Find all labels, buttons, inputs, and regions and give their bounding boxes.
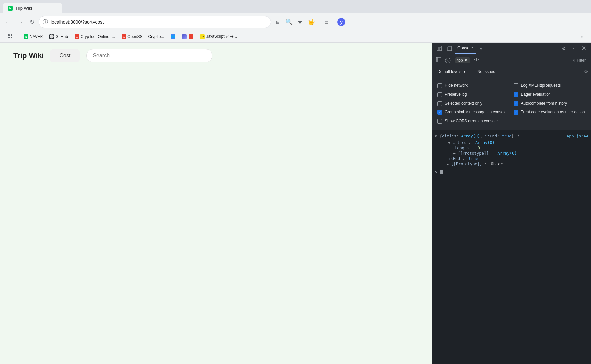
show-cors-label: Show CORS errors in console xyxy=(445,118,498,124)
proto-arr-arrow[interactable]: ► xyxy=(453,151,456,156)
settings-left-col: Hide network Preserve log Selected conte… xyxy=(437,81,510,126)
prototype-obj-node: ► [[Prototype]] : Object xyxy=(439,161,591,167)
js-label: JavaScript 정규... xyxy=(206,34,237,39)
devtools-more-options[interactable]: ⋮ xyxy=(569,44,578,53)
cities-value: Array(0) xyxy=(475,140,495,145)
globe1-favicon: 🌐 xyxy=(171,34,175,39)
log-levels-button[interactable]: Default levels ▼ xyxy=(435,68,469,75)
log-xml-row: Log XMLHttpRequests xyxy=(514,81,586,90)
proto-arr-colon: : xyxy=(491,151,495,156)
search-button[interactable]: 🔍 xyxy=(284,17,294,27)
group-similar-row: Group similar messages in console xyxy=(437,108,510,117)
selected-context-label: Selected context only xyxy=(445,101,482,106)
tab-favicon: N xyxy=(8,6,13,11)
eager-eval-checkbox[interactable] xyxy=(514,92,518,97)
reload-button[interactable]: ↻ xyxy=(27,17,37,27)
devtools-third-bar: Default levels ▼ No Issues ⚙ xyxy=(432,66,591,77)
settings-right-col: Log XMLHttpRequests Eager evaluation Aut… xyxy=(514,81,586,117)
isend-colon: : xyxy=(462,156,466,161)
filter-button[interactable]: ▿ Filter xyxy=(570,56,588,64)
red-favicon xyxy=(189,34,193,39)
profile-button[interactable]: y xyxy=(336,17,347,27)
website-content: Trip Wiki Cost xyxy=(0,43,432,364)
console-source-link[interactable]: App.js:44 xyxy=(564,134,588,138)
bookmark-globe1[interactable]: 🌐 xyxy=(168,33,178,40)
bookmark-apps[interactable] xyxy=(5,33,15,40)
bookmark-openssl[interactable]: O OpenSSL - CrypTo... xyxy=(119,33,167,40)
length-key: length xyxy=(455,146,469,150)
eager-eval-label: Eager evaluation xyxy=(521,92,551,97)
isend-key: isEnd xyxy=(448,156,460,161)
preserve-log-label: Preserve log xyxy=(445,92,467,97)
nav-actions: ⊞ 🔍 ★ 🤟 ▤ y xyxy=(272,17,347,27)
bookmark-button[interactable]: ★ xyxy=(295,17,305,27)
svg-rect-3 xyxy=(436,57,441,62)
security-icon: ⓘ xyxy=(43,19,48,26)
bookmark-cryptool[interactable]: C CrypTool-Online -... xyxy=(72,33,118,40)
translate-button[interactable]: ⊞ xyxy=(272,17,283,27)
console-obj-tree: ▼ cities : Array(0) length : 0 ► [[Proto… xyxy=(432,140,591,167)
eager-eval-row: Eager evaluation xyxy=(514,90,586,99)
settings-row-1: Hide network Preserve log Selected conte… xyxy=(432,80,591,127)
issues-button[interactable]: No Issues xyxy=(475,68,498,75)
search-input[interactable] xyxy=(86,49,212,62)
sidebar-toggle-button[interactable] xyxy=(435,56,443,65)
devtools-more-tabs[interactable]: » xyxy=(476,44,486,53)
sort-cost-button[interactable]: Cost xyxy=(50,49,80,62)
naver-label: NAVER xyxy=(30,34,43,39)
expand-arrow-main[interactable]: ▼ xyxy=(435,134,437,138)
levels-arrow: ▼ xyxy=(463,69,466,74)
eye-button[interactable]: 👁 xyxy=(472,57,481,64)
devtools-close-button[interactable]: ✕ xyxy=(579,44,588,53)
autocomplete-checkbox[interactable] xyxy=(514,101,518,106)
cities-colon: : xyxy=(469,140,473,145)
filter-label: Filter xyxy=(577,58,586,63)
back-button[interactable]: ← xyxy=(3,17,13,27)
devtools-second-bar: ⃠ top ▼ 👁 ▿ Filter xyxy=(432,54,591,66)
cities-expand-arrow[interactable]: ▼ xyxy=(448,140,450,145)
context-selector[interactable]: top ▼ xyxy=(455,57,470,63)
selected-context-checkbox[interactable] xyxy=(437,101,442,106)
autocomplete-row: Autocomplete from history xyxy=(514,99,586,108)
preserve-log-checkbox[interactable] xyxy=(437,92,442,97)
devtools-settings-icon[interactable]: ⚙ xyxy=(559,44,568,53)
openssl-favicon: O xyxy=(122,34,126,39)
proto-obj-arrow[interactable]: ► xyxy=(447,162,449,166)
nav-bar: ← → ↻ ⓘ localhost:3000/?sort=cost ⊞ 🔍 ★ … xyxy=(0,13,591,31)
forward-button[interactable]: → xyxy=(15,17,25,27)
clear-console-button[interactable]: ⃠ xyxy=(445,56,453,65)
cast-button[interactable]: ▤ xyxy=(321,17,332,27)
console-prompt: > xyxy=(432,167,591,176)
devtools-toolbar: Console » ⚙ ⋮ ✕ xyxy=(432,43,591,54)
treat-code-checkbox[interactable] xyxy=(514,110,518,115)
svg-rect-2 xyxy=(448,47,451,50)
devtools-elements-icon[interactable] xyxy=(435,44,444,53)
context-label: top xyxy=(457,58,463,63)
address-bar[interactable]: ⓘ localhost:3000/?sort=cost xyxy=(39,16,271,28)
active-tab[interactable]: N Trip Wiki xyxy=(3,3,62,13)
length-colon: : xyxy=(471,146,475,150)
bookmark-globe2[interactable] xyxy=(179,33,196,40)
bookmark-naver[interactable]: N NAVER xyxy=(21,33,45,40)
prototype-obj-label: [[Prototype]] xyxy=(451,162,482,166)
autocomplete-label: Autocomplete from history xyxy=(521,101,567,106)
website-header: Trip Wiki Cost xyxy=(0,43,432,69)
console-output: ▼ {cities: Array(0), isEnd: true} i App.… xyxy=(432,130,591,364)
settings-dropdown: Hide network Preserve log Selected conte… xyxy=(432,77,591,130)
console-settings-button[interactable]: ⚙ xyxy=(584,68,588,75)
levels-label: Default levels xyxy=(437,69,461,74)
log-xml-checkbox[interactable] xyxy=(514,83,518,88)
bookmark-github[interactable]: ⚪ GitHub xyxy=(47,33,70,40)
group-similar-checkbox[interactable] xyxy=(437,110,442,115)
bookmarks-more[interactable]: » xyxy=(579,33,586,41)
extensions-button[interactable]: 🤟 xyxy=(306,17,317,27)
cities-node: ▼ cities : Array(0) xyxy=(439,140,591,145)
hide-network-checkbox[interactable] xyxy=(437,83,442,88)
bookmark-js[interactable]: JS JavaScript 정규... xyxy=(197,32,239,41)
console-tab[interactable]: Console xyxy=(455,43,476,54)
filter-icon: ▿ xyxy=(573,58,575,63)
devtools-sources-icon[interactable] xyxy=(445,44,454,53)
group-similar-label: Group similar messages in console xyxy=(445,109,507,115)
show-cors-checkbox[interactable] xyxy=(437,119,442,124)
openssl-label: OpenSSL - CrypTo... xyxy=(127,34,164,39)
